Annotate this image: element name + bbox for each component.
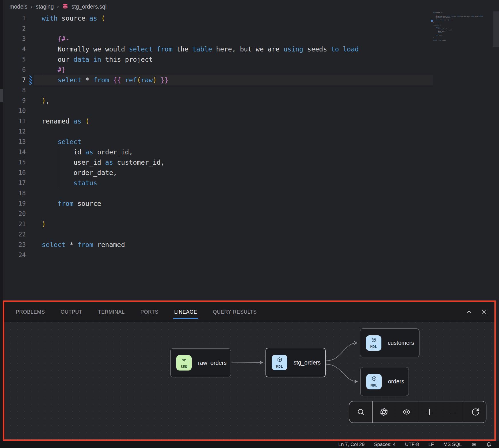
code-text xyxy=(26,209,42,219)
code-line-23[interactable]: 23select * from renamed xyxy=(3,240,499,250)
code-text xyxy=(26,188,42,198)
code-line-5[interactable]: 5 our data in this project xyxy=(3,54,499,65)
toolbar-group xyxy=(372,401,418,423)
breadcrumb-file[interactable]: stg_orders.sql xyxy=(72,3,106,10)
line-number: 3 xyxy=(3,34,26,44)
eye-button[interactable] xyxy=(402,408,411,416)
code-line-1[interactable]: 1with source as ( xyxy=(3,13,499,23)
code-line-11[interactable]: 11renamed as ( xyxy=(3,116,499,126)
line-number: 2 xyxy=(3,23,26,34)
code-line-12[interactable]: 12 xyxy=(3,126,499,137)
lineage-node-customers[interactable]: MDLcustomers xyxy=(360,328,419,357)
code-text xyxy=(26,250,42,260)
code-line-18[interactable]: 18 xyxy=(3,188,499,198)
code-line-10[interactable]: 10 xyxy=(3,106,499,116)
vscode-window: models›staging›stg_orders.sql 1with sour… xyxy=(0,0,499,448)
tab-ports[interactable]: PORTS xyxy=(140,309,159,315)
cube-icon xyxy=(371,376,377,383)
code-text: select * from {{ ref(raw) }} xyxy=(26,75,169,85)
aperture-button[interactable] xyxy=(380,408,388,416)
node-label: stg_orders xyxy=(294,359,321,366)
panel-tab-bar: PROBLEMSOUTPUTTERMINALPORTSLINEAGEQUERY … xyxy=(4,302,494,322)
code-line-21[interactable]: 21) xyxy=(3,219,499,229)
code-line-6[interactable]: 6 #} xyxy=(3,65,499,75)
code-text xyxy=(26,106,42,116)
minimap[interactable]: with source as ( {#- Normally we would s… xyxy=(433,12,484,42)
code-text: {#- xyxy=(26,34,70,44)
line-number: 8 xyxy=(3,85,26,95)
breadcrumb-separator: › xyxy=(31,3,33,10)
line-number: 11 xyxy=(3,116,26,126)
node-label: orders xyxy=(388,378,404,385)
panel-actions xyxy=(466,309,487,315)
badge-label: SED xyxy=(181,365,187,369)
line-number: 6 xyxy=(3,65,26,75)
line-number: 23 xyxy=(3,240,26,250)
code-line-3[interactable]: 3 {#- xyxy=(3,34,499,44)
node-label: customers xyxy=(388,340,414,346)
code-line-2[interactable]: 2 xyxy=(3,23,499,34)
code-line-17[interactable]: 17 status xyxy=(3,178,499,188)
copilot-icon[interactable] xyxy=(471,442,477,447)
code-line-13[interactable]: 13 select xyxy=(3,137,499,147)
code-line-8[interactable]: 8 xyxy=(3,85,499,95)
line-number: 1 xyxy=(3,13,26,23)
code-line-24[interactable]: 24 xyxy=(3,250,499,260)
tab-lineage[interactable]: LINEAGE xyxy=(174,309,198,315)
seedling-icon xyxy=(181,357,187,364)
activity-strip-indicator[interactable] xyxy=(0,89,3,102)
status-ln-7-col-29[interactable]: Ln 7, Col 29 xyxy=(338,442,365,447)
code-line-16[interactable]: 16 order_date, xyxy=(3,168,499,178)
zoom-out-button[interactable] xyxy=(448,408,457,416)
code-text: with source as ( xyxy=(26,13,105,23)
line-number: 21 xyxy=(3,219,26,229)
breadcrumb-folder[interactable]: staging xyxy=(36,3,54,10)
line-number: 10 xyxy=(3,106,26,116)
code-text xyxy=(26,23,42,34)
lineage-node-orders[interactable]: MDLorders xyxy=(360,367,409,396)
cube-icon xyxy=(371,337,377,344)
status-utf-8[interactable]: UTF-8 xyxy=(405,442,419,447)
database-icon xyxy=(62,3,68,10)
status-lf[interactable]: LF xyxy=(428,442,434,447)
status-bar: Ln 7, Col 29Spaces: 4UTF-8LFMS SQL xyxy=(0,441,499,448)
code-text xyxy=(26,85,42,95)
lineage-node-stg_orders[interactable]: MDLstg_orders xyxy=(266,348,326,377)
tab-output[interactable]: OUTPUT xyxy=(60,309,83,315)
code-line-19[interactable]: 19 from source xyxy=(3,198,499,209)
bell-icon[interactable] xyxy=(486,442,492,447)
breadcrumb-folder[interactable]: models xyxy=(9,3,27,10)
code-line-15[interactable]: 15 user_id as customer_id, xyxy=(3,157,499,168)
tab-problems[interactable]: PROBLEMS xyxy=(15,309,45,315)
line-number: 15 xyxy=(3,157,26,168)
code-text: order_date, xyxy=(26,168,117,178)
code-line-7[interactable]: 7 select * from {{ ref(raw) }} xyxy=(3,75,499,85)
cube-icon xyxy=(277,357,283,364)
line-number: 18 xyxy=(3,188,26,198)
badge-label: MDL xyxy=(371,383,377,387)
code-line-22[interactable]: 22 xyxy=(3,229,499,240)
code-line-4[interactable]: 4 Normally we would select from the tabl… xyxy=(3,44,499,54)
search-button[interactable] xyxy=(357,408,365,416)
status-ms-sql[interactable]: MS SQL xyxy=(443,442,462,447)
code-text: select * from renamed xyxy=(26,240,125,250)
editor-scrollbar[interactable] xyxy=(493,11,499,47)
code-line-14[interactable]: 14 id as order_id, xyxy=(3,147,499,157)
refresh-button[interactable] xyxy=(471,408,480,416)
tab-terminal[interactable]: TERMINAL xyxy=(98,309,125,315)
code-text: select xyxy=(26,137,81,147)
lineage-toolbar xyxy=(349,401,486,423)
code-text: user_id as customer_id, xyxy=(26,157,165,168)
zoom-in-button[interactable] xyxy=(425,408,434,416)
code-editor[interactable]: 1with source as (23 {#-4 Normally we wou… xyxy=(3,13,499,260)
chevron-up-icon[interactable] xyxy=(466,309,472,315)
lineage-node-raw_orders[interactable]: SEDraw_orders xyxy=(170,348,231,377)
code-line-9[interactable]: 9), xyxy=(3,95,499,106)
breadcrumb-separator: › xyxy=(57,3,59,10)
code-line-20[interactable]: 20 xyxy=(3,209,499,219)
status-spaces-4[interactable]: Spaces: 4 xyxy=(374,442,396,447)
line-number: 20 xyxy=(3,209,26,219)
line-number: 12 xyxy=(3,126,26,137)
tab-query-results[interactable]: QUERY RESULTS xyxy=(212,309,258,315)
close-icon[interactable] xyxy=(481,309,487,315)
